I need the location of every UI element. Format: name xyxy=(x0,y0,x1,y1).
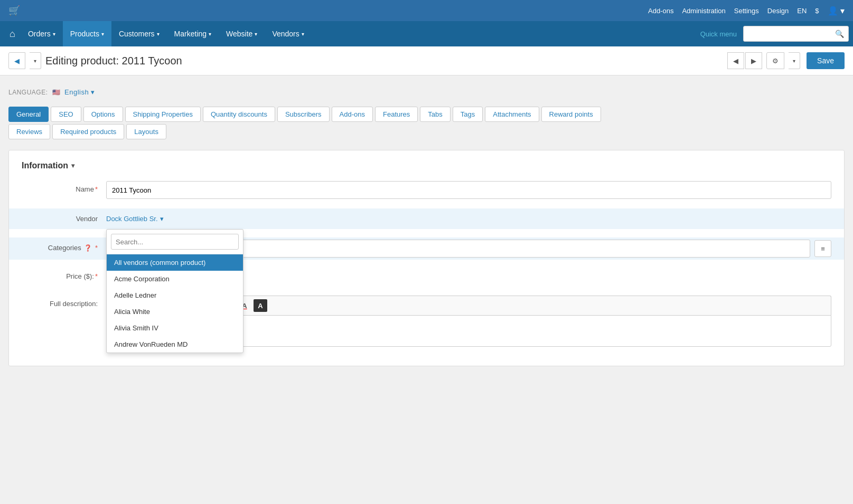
name-label: Name* xyxy=(22,181,106,193)
nav-customers[interactable]: Customers▾ xyxy=(111,21,167,46)
nav-orders[interactable]: Orders▾ xyxy=(21,21,63,46)
design-link[interactable]: Design xyxy=(767,7,789,15)
tab-tabs[interactable]: Tabs xyxy=(420,107,450,122)
section-arrow: ▾ xyxy=(71,162,74,169)
settings-link[interactable]: Settings xyxy=(734,7,759,15)
tab-reviews[interactable]: Reviews xyxy=(8,124,50,139)
tab-reward[interactable]: Reward points xyxy=(541,107,601,122)
addons-link[interactable]: Add-ons xyxy=(648,7,673,15)
vendor-field: Dock Gottlieb Sr. ▾ All vendors (common … xyxy=(106,211,831,227)
name-row: Name* xyxy=(22,181,831,200)
vendor-row: Vendor Dock Gottlieb Sr. ▾ All vendors (… xyxy=(9,208,844,229)
vendor-option-andrew[interactable]: Andrew VonRueden MD xyxy=(107,336,243,353)
vendor-option-alivia[interactable]: Alivia Smith IV xyxy=(107,320,243,336)
top-nav: 🛒 Add-ons Administration Settings Design… xyxy=(0,0,853,21)
tab-layouts[interactable]: Layouts xyxy=(126,124,166,139)
nav-vendors[interactable]: Vendors▾ xyxy=(265,21,311,46)
tabs-row2: ReviewsRequired productsLayouts xyxy=(8,124,845,139)
back-button[interactable]: ◀ xyxy=(8,52,25,69)
tab-seo[interactable]: SEO xyxy=(51,107,81,122)
nav-arrows: ◀ ▶ xyxy=(727,52,762,69)
language-link[interactable]: EN xyxy=(797,7,807,15)
back-dropdown-button[interactable]: ▾ xyxy=(30,52,41,69)
tab-required[interactable]: Required products xyxy=(52,124,124,139)
name-input[interactable] xyxy=(106,181,831,199)
prev-button[interactable]: ◀ xyxy=(727,52,744,69)
content-area: LANGUAGE: 🇺🇸 English ▾ GeneralSEOOptions… xyxy=(0,75,853,379)
tab-features[interactable]: Features xyxy=(375,107,418,122)
home-button[interactable]: ⌂ xyxy=(4,28,21,40)
next-button[interactable]: ▶ xyxy=(745,52,762,69)
currency-link[interactable]: $ xyxy=(815,7,819,15)
save-button[interactable]: Save xyxy=(807,52,845,69)
settings-dropdown-button[interactable]: ▾ xyxy=(789,52,800,69)
page-title: Editing product: 2011 Tycoon xyxy=(45,55,723,67)
categories-menu-button[interactable]: ≡ xyxy=(814,240,831,257)
administration-link[interactable]: Administration xyxy=(682,7,725,15)
nav-marketing[interactable]: Marketing▾ xyxy=(167,21,219,46)
description-label: Full description: xyxy=(22,296,106,308)
language-row: LANGUAGE: 🇺🇸 English ▾ xyxy=(8,88,845,96)
top-nav-left: 🛒 xyxy=(8,5,20,16)
tab-options[interactable]: Options xyxy=(83,107,123,122)
user-link[interactable]: 👤 ▾ xyxy=(828,6,845,16)
section-title[interactable]: Information ▾ xyxy=(22,161,831,170)
settings-button[interactable]: ⚙ xyxy=(766,52,784,69)
tab-general[interactable]: General xyxy=(8,107,49,122)
page-header: ◀ ▾ Editing product: 2011 Tycoon ◀ ▶ ⚙ ▾… xyxy=(0,46,853,75)
tab-tags[interactable]: Tags xyxy=(453,107,483,122)
nav-website[interactable]: Website▾ xyxy=(219,21,265,46)
vendor-list: All vendors (common product)Acme Corpora… xyxy=(107,254,243,353)
language-select[interactable]: English ▾ xyxy=(64,88,95,96)
vendor-select-button[interactable]: Dock Gottlieb Sr. ▾ xyxy=(106,211,164,227)
vendor-search-input[interactable] xyxy=(111,234,239,250)
main-nav: ⌂ Orders▾ Products▾ Customers▾ Marketing… xyxy=(0,21,853,46)
vendor-option-alicia[interactable]: Alicia White xyxy=(107,303,243,320)
section-card: Information ▾ Name* Vendor Dock Gottlieb… xyxy=(8,150,845,366)
categories-label: Categories ❓ * xyxy=(22,240,106,252)
price-label: Price ($):* xyxy=(22,268,106,280)
tab-subscribers[interactable]: Subscribers xyxy=(277,107,330,122)
flag-icon: 🇺🇸 xyxy=(52,89,61,96)
vendor-option-all[interactable]: All vendors (common product) xyxy=(107,254,243,271)
gear-icon: ⚙ xyxy=(772,57,779,65)
search-button[interactable]: 🔍 xyxy=(835,30,844,38)
vendor-option-acme[interactable]: Acme Corporation xyxy=(107,271,243,287)
language-label: LANGUAGE: xyxy=(8,89,48,96)
tab-addons[interactable]: Add-ons xyxy=(332,107,373,122)
vendor-dropdown-panel: All vendors (common product)Acme Corpora… xyxy=(106,229,243,353)
vendor-caret-icon: ▾ xyxy=(160,215,164,223)
nav-products[interactable]: Products▾ xyxy=(63,21,111,46)
top-nav-right: Add-ons Administration Settings Design E… xyxy=(648,6,845,16)
search-bar: 🔍 xyxy=(743,26,849,42)
nav-right-area: Quick menu 🔍 xyxy=(700,26,849,42)
tab-quantity[interactable]: Quantity discounts xyxy=(203,107,275,122)
tabs-row1: GeneralSEOOptionsShipping PropertiesQuan… xyxy=(8,107,845,122)
vendor-option-adelle[interactable]: Adelle Ledner xyxy=(107,287,243,303)
vendor-label: Vendor xyxy=(22,211,106,223)
quick-menu-link[interactable]: Quick menu xyxy=(700,30,737,38)
tab-shipping[interactable]: Shipping Properties xyxy=(125,107,201,122)
search-input[interactable] xyxy=(748,30,835,38)
tab-attachments[interactable]: Attachments xyxy=(485,107,539,122)
vendor-search xyxy=(107,230,243,254)
name-field xyxy=(106,181,831,199)
toolbar-font-bg[interactable]: A xyxy=(254,299,267,312)
cart-icon: 🛒 xyxy=(8,5,20,16)
